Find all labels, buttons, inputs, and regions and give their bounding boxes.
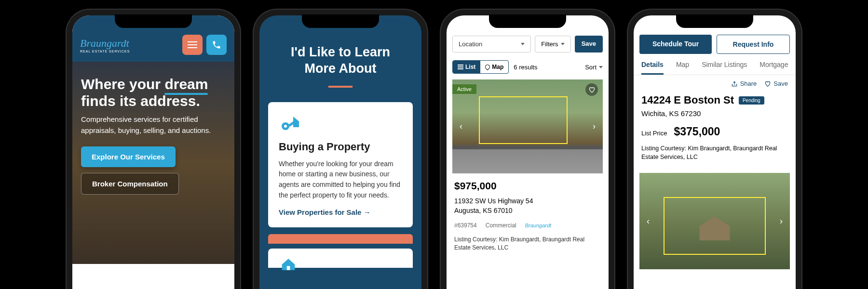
request-info-button[interactable]: Request Info <box>717 35 790 54</box>
heart-icon <box>588 86 596 93</box>
section-header: I'd Like to LearnMore About <box>259 15 421 102</box>
phone-icon <box>212 40 221 50</box>
heart-icon <box>764 80 771 87</box>
share-icon <box>731 80 738 87</box>
phone-mockup-home: Braungardt REAL ESTATE SERVICES Where yo… <box>67 10 240 289</box>
share-save-row: Share Save <box>634 75 796 92</box>
hero-section: Where your dream finds its address. Comp… <box>72 62 234 264</box>
list-price-value: $375,000 <box>674 125 720 138</box>
property-photo[interactable]: ‹ › <box>639 173 790 269</box>
chevron-down-icon <box>521 43 525 45</box>
listing-address: 11932 SW Us Highway 54Augusta, KS 67010 <box>454 197 601 215</box>
view-toggle: List Map <box>452 60 509 74</box>
tab-similar[interactable]: Similar Listings <box>702 61 747 75</box>
property-address: 14224 E Boston St <box>641 94 734 106</box>
broker-compensation-button[interactable]: Broker Compensation <box>81 173 179 195</box>
results-count: 6 results <box>514 64 537 71</box>
phone-mockup-listings: Location Filters Save List Map 6 results… <box>441 10 614 289</box>
next-photo-button[interactable]: › <box>588 121 600 132</box>
buying-property-card: Buying a Property Whether you're looking… <box>268 102 413 228</box>
chevron-down-icon <box>599 66 603 68</box>
house-icon <box>279 257 298 272</box>
next-photo-button[interactable]: › <box>775 215 787 227</box>
svg-rect-3 <box>287 266 290 270</box>
property-type: Commercial <box>486 222 516 229</box>
header-actions <box>182 35 227 55</box>
hamburger-icon <box>188 41 197 48</box>
map-pin-icon <box>484 64 491 70</box>
phone-mockup-learn: I'd Like to LearnMore About Buying a Pro… <box>254 10 427 289</box>
schedule-tour-button[interactable]: Schedule Tour <box>639 35 712 54</box>
tab-map[interactable]: Map <box>676 61 689 75</box>
sort-button[interactable]: Sort <box>585 64 603 71</box>
listing-courtesy: Listing Courtesy: Kim Braungardt, Braung… <box>641 144 788 161</box>
hero-title: Where your dream finds its address. <box>81 76 226 109</box>
listing-details: $975,000 11932 SW Us Highway 54Augusta, … <box>447 173 609 259</box>
menu-button[interactable] <box>182 35 203 55</box>
hero-subtitle: Comprehensive services for certified app… <box>81 114 216 136</box>
tab-mortgage[interactable]: Mortgage <box>760 61 788 75</box>
card-title: Buying a Property <box>279 141 402 153</box>
action-buttons: Schedule Tour Request Info <box>634 15 796 54</box>
location-select[interactable]: Location <box>452 36 531 53</box>
share-button[interactable]: Share <box>731 80 757 87</box>
save-search-button[interactable]: Save <box>575 36 603 53</box>
call-button[interactable] <box>206 35 227 55</box>
listing-photo[interactable]: Active ‹ › <box>452 79 603 173</box>
listing-price: $975,000 <box>454 180 601 192</box>
explore-services-button[interactable]: Explore Our Services <box>81 146 176 167</box>
phone-mockup-detail: Schedule Tour Request Info Details Map S… <box>628 10 801 289</box>
listing-meta: #639754 Commercial Braungardt <box>454 222 601 229</box>
favorite-button[interactable] <box>585 83 598 96</box>
screen: Location Filters Save List Map 6 results… <box>447 15 609 289</box>
chevron-down-icon <box>561 43 565 45</box>
list-view-button[interactable]: List <box>453 61 480 73</box>
broker-logo: Braungardt <box>525 223 551 228</box>
status-badge: Active <box>452 84 476 94</box>
tab-details[interactable]: Details <box>641 61 664 75</box>
brand-logo[interactable]: Braungardt REAL ESTATE SERVICES <box>80 37 130 53</box>
next-card-peek <box>268 249 413 268</box>
screen: I'd Like to LearnMore About Buying a Pro… <box>259 15 421 289</box>
list-price-label: List Price <box>641 130 667 137</box>
detail-tabs: Details Map Similar Listings Mortgage <box>634 54 796 75</box>
card-description: Whether you're looking for your dream ho… <box>279 159 402 201</box>
filter-bar: Location Filters Save <box>447 15 609 57</box>
property-header: 14224 E Boston St Pending Wichita, KS 67… <box>634 92 796 167</box>
listing-courtesy: Listing Courtesy: Kim Braungardt, Braung… <box>454 236 601 252</box>
keys-house-icon <box>279 113 302 136</box>
status-badge: Pending <box>739 96 764 105</box>
app-header: Braungardt REAL ESTATE SERVICES <box>72 15 234 62</box>
filters-button[interactable]: Filters <box>535 36 570 53</box>
map-view-button[interactable]: Map <box>480 61 508 73</box>
list-icon <box>458 65 463 69</box>
section-title: I'd Like to LearnMore About <box>271 44 410 88</box>
property-city: Wichita, KS 67230 <box>641 109 788 118</box>
save-listing-button[interactable]: Save <box>764 80 788 87</box>
divider-bar <box>268 234 413 244</box>
screen: Braungardt REAL ESTATE SERVICES Where yo… <box>72 15 234 289</box>
view-properties-link[interactable]: View Properties for Sale <box>279 208 371 216</box>
screen: Schedule Tour Request Info Details Map S… <box>634 15 796 289</box>
prev-photo-button[interactable]: ‹ <box>455 121 467 132</box>
mls-number: #639754 <box>454 222 477 229</box>
svg-point-1 <box>284 125 287 128</box>
view-controls: List Map 6 results Sort <box>447 57 609 77</box>
prev-photo-button[interactable]: ‹ <box>642 215 654 227</box>
